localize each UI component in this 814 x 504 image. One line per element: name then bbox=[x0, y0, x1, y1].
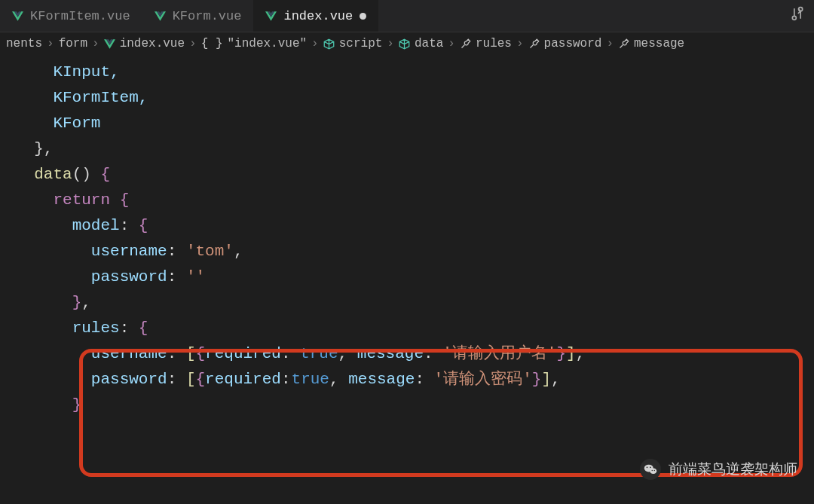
code-line: password: '' bbox=[15, 264, 814, 290]
breadcrumb-item[interactable]: script bbox=[323, 37, 383, 50]
tab-bar: KFormItem.vue KForm.vue index.vue bbox=[0, 0, 814, 32]
tab-kformitem[interactable]: KFormItem.vue bbox=[0, 0, 142, 32]
chevron-right-icon: › bbox=[606, 37, 614, 50]
code-line: model: { bbox=[15, 213, 814, 239]
chevron-right-icon: › bbox=[92, 37, 99, 50]
wrench-icon bbox=[618, 38, 629, 50]
breadcrumb-item[interactable]: password bbox=[528, 37, 602, 50]
tab-index[interactable]: index.vue bbox=[253, 0, 378, 32]
cube-icon bbox=[323, 38, 335, 50]
svg-point-2 bbox=[647, 467, 648, 469]
breadcrumb-item[interactable]: data bbox=[399, 37, 443, 50]
vue-icon bbox=[104, 39, 115, 49]
cube-icon bbox=[399, 38, 410, 50]
tab-label: index.vue bbox=[283, 9, 353, 23]
tab-label: KForm.vue bbox=[173, 9, 242, 23]
compare-changes-icon[interactable] bbox=[790, 6, 805, 26]
breadcrumb-item[interactable]: message bbox=[618, 37, 684, 50]
wechat-icon bbox=[640, 459, 661, 480]
code-line: KFormItem, bbox=[15, 85, 814, 111]
code-line: } bbox=[15, 393, 814, 418]
vue-icon bbox=[155, 11, 166, 21]
wrench-icon bbox=[460, 38, 471, 50]
tab-label: KFormItem.vue bbox=[30, 9, 130, 23]
chevron-right-icon: › bbox=[189, 37, 197, 50]
breadcrumb-item[interactable]: index.vue bbox=[104, 37, 185, 50]
code-line: return { bbox=[15, 188, 814, 213]
vue-icon bbox=[12, 11, 23, 21]
breadcrumb: nents › form › index.vue › { } "index.vu… bbox=[0, 32, 814, 55]
dirty-indicator bbox=[360, 13, 366, 20]
text-cursor-icon bbox=[291, 370, 292, 385]
breadcrumb-item[interactable]: form bbox=[59, 37, 87, 50]
code-line: KInput, bbox=[15, 60, 814, 85]
watermark: 前端菜鸟逆袭架构师 bbox=[640, 459, 797, 480]
code-editor[interactable]: KInput, KFormItem, KForm }, data() { ret… bbox=[0, 55, 814, 418]
wrench-icon bbox=[528, 38, 540, 50]
breadcrumb-item[interactable]: nents bbox=[6, 37, 42, 50]
svg-point-5 bbox=[654, 470, 655, 471]
vue-icon bbox=[265, 11, 277, 21]
svg-point-3 bbox=[650, 467, 651, 469]
code-line: data() { bbox=[15, 162, 814, 188]
chevron-right-icon: › bbox=[47, 37, 54, 50]
tab-kform[interactable]: KForm.vue bbox=[142, 0, 254, 32]
code-line: username: [{required: true, message: '请输… bbox=[15, 341, 814, 367]
code-line: KForm bbox=[15, 111, 814, 136]
chevron-right-icon: › bbox=[448, 37, 455, 50]
svg-point-1 bbox=[650, 469, 656, 475]
tabs-container: KFormItem.vue KForm.vue index.vue bbox=[0, 0, 378, 32]
code-line: }, bbox=[15, 136, 814, 162]
braces-icon: { } bbox=[201, 37, 223, 50]
chevron-right-icon: › bbox=[516, 37, 524, 50]
code-line: password: [{required:true, message: '请输入… bbox=[15, 367, 814, 393]
svg-point-4 bbox=[652, 470, 653, 471]
watermark-text: 前端菜鸟逆袭架构师 bbox=[669, 460, 797, 479]
code-line: }, bbox=[15, 290, 814, 316]
chevron-right-icon: › bbox=[311, 37, 319, 50]
chevron-right-icon: › bbox=[387, 37, 394, 50]
code-line: username: 'tom', bbox=[15, 239, 814, 264]
code-line: rules: { bbox=[15, 316, 814, 341]
breadcrumb-item[interactable]: { } "index.vue" bbox=[201, 37, 307, 50]
breadcrumb-item[interactable]: rules bbox=[460, 37, 512, 50]
